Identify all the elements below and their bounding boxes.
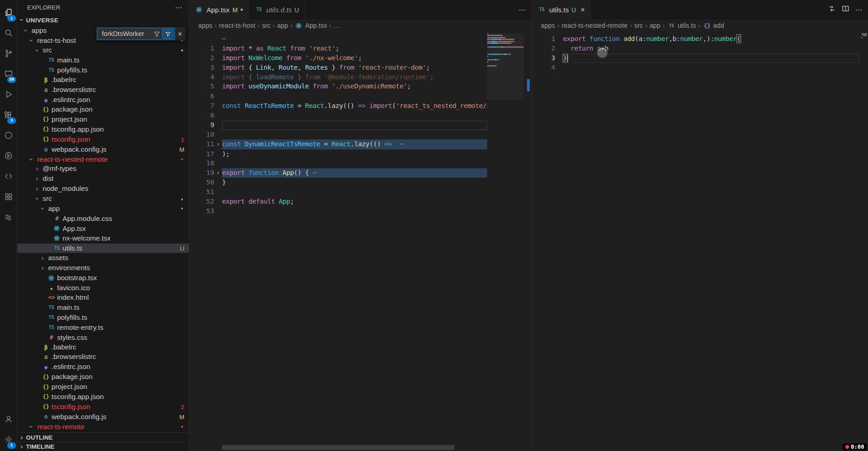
outline-section[interactable]: › OUTLINE — [17, 432, 189, 442]
breadcrumb-item-app[interactable]: app — [650, 21, 661, 29]
explorer-activity-button[interactable]: 1 — [0, 3, 16, 24]
tree-file-tsconfig.app.json[interactable]: {}tsconfig.app.json — [17, 124, 189, 134]
split-editor-icon[interactable] — [842, 5, 850, 15]
close-filter-icon[interactable]: × — [175, 30, 185, 38]
tree-file-App.module.css[interactable]: #App.module.css — [17, 214, 189, 224]
code-editor-utils-ts[interactable]: 1export function add(a:number,b:number,)… — [532, 31, 859, 443]
tree-folder-@mf-types[interactable]: ›@mf-types — [17, 164, 189, 174]
tree-file-project.json[interactable]: {}project.json — [17, 115, 189, 125]
breadcrumb-item-react-ts-host[interactable]: react-ts-host — [219, 21, 256, 29]
tree-file-App.tsx[interactable]: App.tsx — [17, 224, 189, 234]
tree-file-.babelrc[interactable]: β.babelrc — [17, 75, 189, 85]
workspace-section-header[interactable]: › UNIVERSE — [17, 15, 189, 26]
close-tab-icon[interactable]: × — [580, 5, 585, 14]
tree-folder-assets[interactable]: ›assets — [17, 253, 189, 263]
tree-file-remote-entry.ts[interactable]: TSremote-entry.ts — [17, 323, 189, 333]
tab-utils.ts[interactable]: TSutils.tsU× — [532, 0, 591, 20]
remote-explorer-activity-button[interactable] — [0, 147, 16, 167]
breadcrumb-item-src[interactable]: src — [634, 21, 643, 29]
tree-file-polyfills.ts[interactable]: TSpolyfills.ts — [17, 65, 189, 75]
code-line-3[interactable]: 3} — [532, 53, 859, 63]
tree-file-package.json[interactable]: {}package.json — [17, 372, 189, 382]
tree-file-favicon.ico[interactable]: ★favicon.ico — [17, 283, 189, 293]
extensions-activity-button[interactable]: 3 — [0, 106, 16, 126]
minimap[interactable] — [487, 33, 524, 451]
code-line-9[interactable]: 9 — [189, 120, 487, 130]
accounts-button[interactable] — [0, 410, 16, 430]
breadcrumb-item-src[interactable]: src — [262, 21, 271, 29]
code-line-4[interactable]: 4import { loadRemote } from '@module-fed… — [189, 72, 487, 82]
code-line-11[interactable]: 11›const DynamicReactTsRemote = React.la… — [189, 139, 487, 149]
tree-file-nx-welcome.tsx[interactable]: nx-welcome.tsx — [17, 233, 189, 243]
tree-folder-react-ts-remote[interactable]: ›react-ts-remote● — [17, 421, 189, 431]
breadcrumb-item-utils.ts[interactable]: TSutils.ts — [667, 21, 696, 29]
waves-activity-button[interactable] — [0, 208, 16, 229]
code-line-3[interactable]: 3import { Link, Route, Routes } from 're… — [189, 63, 487, 72]
code-line-17[interactable]: 17); — [189, 149, 487, 159]
horizontal-scrollbar[interactable] — [222, 445, 454, 450]
run-debug-activity-button[interactable] — [0, 85, 16, 106]
code-line-53[interactable]: 53 — [189, 207, 487, 216]
fold-chevron-icon[interactable]: › — [214, 169, 222, 178]
breadcrumb-item-apps[interactable]: apps — [198, 21, 212, 29]
code-line-52[interactable]: 52export default App; — [189, 197, 487, 207]
breadcrumb-item-apps[interactable]: apps — [541, 21, 555, 29]
tree-file-main.ts[interactable]: TSmain.ts — [17, 55, 189, 65]
tree-file-tsconfig.json[interactable]: {}tsconfig.json2 — [17, 402, 189, 412]
tree-folder-environments[interactable]: ›environments — [17, 263, 189, 273]
tree-file-utils.ts[interactable]: TSutils.tsU — [17, 243, 189, 253]
breadcrumb-item-App.tsx[interactable]: App.tsx — [295, 21, 327, 29]
tree-filter-input[interactable] — [101, 29, 152, 38]
code-line-10[interactable]: 10 — [189, 130, 487, 139]
tree-file-main.ts[interactable]: TSmain.ts — [17, 302, 189, 313]
grid-activity-button[interactable] — [0, 188, 16, 208]
code-line-18[interactable]: 18 — [189, 159, 487, 169]
tree-file-polyfills.ts[interactable]: TSpolyfills.ts — [17, 313, 189, 323]
code-line-1[interactable]: 1import * as React from 'react'; — [189, 44, 487, 53]
breadcrumb-item-add[interactable]: {}add — [703, 21, 724, 29]
code-line-8[interactable]: 8 — [189, 111, 487, 120]
tab-utils.d.ts[interactable]: TSutils.d.tsU — [249, 0, 305, 20]
breadcrumb-item-react-ts-nested-remote[interactable]: react-ts-nested-remote — [562, 21, 628, 29]
code-line-5[interactable]: 5import useDynamicModule from './useDyna… — [189, 82, 487, 92]
tree-file-tsconfig.app.json[interactable]: {}tsconfig.app.json — [17, 392, 189, 402]
tree-file-project.json[interactable]: {}project.json — [17, 382, 189, 392]
code-line-1[interactable]: 1export function add(a:number,b:number,)… — [532, 34, 859, 44]
code-line-6[interactable]: 6 — [189, 92, 487, 101]
tab-App.tsx[interactable]: App.tsxM● — [189, 0, 249, 20]
code-editor-app-tsx[interactable]: ⋯1import * as React from 'react';2import… — [189, 31, 487, 443]
fold-chevron-icon[interactable]: › — [214, 139, 222, 149]
code-line-7[interactable]: 7const ReactTsRemote = React.lazy(() => … — [189, 101, 487, 111]
tree-folder-react-ts-nested-remote[interactable]: ›react-ts-nested-remote● — [17, 154, 189, 164]
tree-file-.browserslistrc[interactable]: ≡.browserslistrc — [17, 85, 189, 95]
tree-file-.browserslistrc[interactable]: ≡.browserslistrc — [17, 352, 189, 362]
tree-file-tsconfig.json[interactable]: {}tsconfig.json1 — [17, 134, 189, 144]
explorer-more-actions-icon[interactable]: ⋯ — [175, 3, 182, 11]
chat-activity-button[interactable]: 38 — [0, 65, 16, 85]
code-line-19[interactable]: 19›export function App() { ⋯ — [189, 169, 487, 178]
toggle-layout-icon[interactable] — [827, 5, 836, 15]
tree-file-.babelrc[interactable]: β.babelrc — [17, 342, 189, 352]
tree-file-webpack.config.js[interactable]: ◎webpack.config.jsM — [17, 144, 189, 154]
code-line-ellipsis[interactable]: ⋯ — [189, 34, 487, 44]
tree-file-.eslintrc.json[interactable]: ◉.eslintrc.json — [17, 362, 189, 372]
tree-folder-dist[interactable]: ›dist — [17, 174, 189, 184]
code-line-4[interactable]: 4 — [532, 63, 859, 72]
code-line-2[interactable]: 2 return a+b — [532, 44, 859, 53]
tree-file-package.json[interactable]: {}package.json — [17, 105, 189, 115]
timeline-section[interactable]: › TIMELINE — [17, 441, 189, 451]
code-line-2[interactable]: 2import NxWelcome from './nx-welcome'; — [189, 53, 487, 63]
search-activity-button[interactable] — [0, 24, 16, 44]
minimap[interactable] — [861, 33, 867, 451]
source-control-activity-button[interactable] — [0, 44, 16, 65]
tree-file-.eslintrc.json[interactable]: ◉.eslintrc.json — [17, 95, 189, 105]
references-activity-button[interactable] — [0, 167, 16, 188]
breadcrumb-item-…[interactable]: … — [334, 21, 340, 29]
tree-folder-node_modules[interactable]: ›node_modules — [17, 184, 189, 194]
tree-folder-app[interactable]: ›app● — [17, 204, 189, 214]
tree-folder-src[interactable]: ›src● — [17, 45, 189, 55]
tree-file-styles.css[interactable]: #styles.css — [17, 333, 189, 343]
code-line-50[interactable]: 50} — [189, 178, 487, 188]
tree-folder-src[interactable]: ›src● — [17, 194, 189, 204]
breadcrumb-item-app[interactable]: app — [277, 21, 288, 29]
